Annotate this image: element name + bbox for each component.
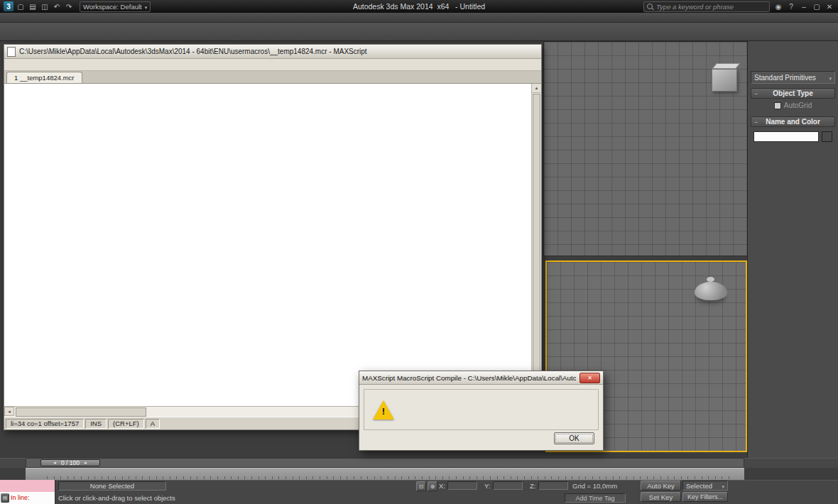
workspace-label: Workspace: Default bbox=[83, 3, 142, 11]
set-key-button[interactable]: Set Key bbox=[641, 492, 681, 502]
name-color-row bbox=[753, 131, 832, 142]
autogrid-row: AutoGrid bbox=[748, 102, 838, 109]
minimize-window-icon[interactable]: – bbox=[799, 1, 809, 11]
trackbar-tick-marks bbox=[47, 476, 731, 479]
chevron-down-icon bbox=[829, 74, 832, 82]
selection-status-field: None Selected bbox=[58, 481, 166, 491]
scroll-up-icon[interactable]: ▲ bbox=[532, 84, 541, 93]
editor-menubar bbox=[4, 59, 541, 71]
editor-tab[interactable]: 1 __temp14824.mcr bbox=[6, 72, 82, 83]
titlebar-right: Type a keyword or phrase ◉?–▢✕ bbox=[643, 1, 834, 12]
main-toolbar bbox=[0, 23, 838, 41]
x-coordinate-label: X: bbox=[439, 482, 445, 490]
autogrid-label: AutoGrid bbox=[784, 102, 812, 109]
autogrid-checkbox[interactable] bbox=[774, 102, 781, 109]
menubar bbox=[0, 13, 838, 23]
time-slider[interactable]: ◄ 0 / 100 ► bbox=[26, 458, 744, 468]
command-panel: Standard Primitives Object Type AutoGrid… bbox=[747, 41, 838, 458]
undo-icon[interactable]: ↶ bbox=[52, 1, 62, 11]
add-time-tag[interactable]: Add Time Tag bbox=[565, 493, 626, 503]
search-icon bbox=[647, 4, 653, 9]
help-icon[interactable]: ? bbox=[786, 1, 796, 11]
editor-tabbar: 1 __temp14824.mcr bbox=[4, 71, 541, 84]
quick-access-toolbar: 3 ▢▤◫↶↷ Workspace: Default bbox=[4, 1, 151, 12]
dialog-titlebar[interactable]: MAXScript MacroScript Compile - C:\Users… bbox=[359, 371, 603, 385]
insert-mode-status: INS bbox=[85, 419, 107, 429]
name-and-color-rollout-header[interactable]: Name and Color bbox=[751, 116, 835, 127]
primitives-dropdown[interactable]: Standard Primitives bbox=[751, 71, 835, 84]
key-mode-value: Selected bbox=[686, 482, 712, 490]
prompt-text: Click or click-and-drag to select object… bbox=[58, 494, 175, 502]
search-placeholder: Type a keyword or phrase bbox=[656, 3, 734, 11]
dialog-body: ! bbox=[364, 389, 599, 430]
z-coordinate-field[interactable] bbox=[538, 481, 568, 490]
selection-lock-icon[interactable]: ⊡ bbox=[416, 481, 426, 491]
grid-size-label: Grid = 10,0mm bbox=[572, 482, 617, 490]
x-coordinate-field[interactable] bbox=[447, 481, 477, 490]
ok-button[interactable]: OK bbox=[554, 432, 594, 444]
window-title: Autodesk 3ds Max 2014 x64 - Untitled bbox=[353, 2, 485, 11]
editor-title: C:\Users\Mikle\AppData\Local\Autodesk\3d… bbox=[19, 48, 535, 55]
dialog-close-button[interactable]: ✕ bbox=[579, 373, 600, 383]
z-coordinate-label: Z: bbox=[530, 482, 535, 490]
next-frame-arrow-icon[interactable]: ► bbox=[84, 461, 88, 465]
scroll-left-icon[interactable]: ◄ bbox=[4, 407, 14, 416]
code-lines bbox=[4, 84, 531, 406]
track-bar[interactable] bbox=[26, 468, 744, 480]
workspace-dropdown[interactable]: Workspace: Default bbox=[80, 1, 151, 12]
viewport-front[interactable] bbox=[543, 41, 748, 256]
y-coordinate-field[interactable] bbox=[493, 481, 523, 490]
quick-access-icons: ▢▤◫↶↷ bbox=[16, 1, 74, 11]
warning-exclamation: ! bbox=[373, 406, 394, 417]
chevron-down-icon bbox=[145, 3, 148, 11]
object-color-swatch[interactable] bbox=[822, 131, 832, 142]
redo-icon[interactable]: ↷ bbox=[64, 1, 74, 11]
viewcube[interactable] bbox=[712, 69, 737, 92]
macroscript-compile-error-dialog: MAXScript MacroScript Compile - C:\Users… bbox=[359, 371, 604, 451]
save-file-icon[interactable]: ◫ bbox=[40, 1, 50, 11]
open-listener-icon[interactable]: ▤ bbox=[1, 493, 9, 503]
document-icon bbox=[7, 47, 16, 57]
dialog-title: MAXScript MacroScript Compile - C:\Users… bbox=[362, 374, 576, 382]
key-mode-dropdown[interactable]: Selected bbox=[682, 481, 728, 491]
new-scene-icon[interactable]: ▢ bbox=[16, 1, 26, 11]
chevron-down-icon bbox=[722, 482, 724, 490]
caret-position-status: li=34 co=1 offset=1757 bbox=[6, 419, 84, 429]
previous-frame-arrow-icon[interactable]: ◄ bbox=[53, 461, 57, 465]
search-box[interactable]: Type a keyword or phrase bbox=[643, 1, 770, 12]
object-type-rollout-header[interactable]: Object Type bbox=[751, 88, 835, 99]
titlebar-right-icons: ◉?–▢✕ bbox=[773, 1, 834, 11]
time-slider-handle[interactable]: ◄ 0 / 100 ► bbox=[40, 459, 100, 466]
absolute-mode-icon[interactable]: ⊕ bbox=[428, 481, 437, 491]
titlebar: 3 ▢▤◫↶↷ Workspace: Default Autodesk 3ds … bbox=[0, 0, 838, 13]
editor-titlebar[interactable]: C:\Users\Mikle\AppData\Local\Autodesk\3d… bbox=[4, 45, 541, 59]
encoding-status: A bbox=[146, 419, 160, 429]
close-window-icon[interactable]: ✕ bbox=[825, 1, 834, 11]
hscroll-thumb[interactable] bbox=[16, 407, 146, 417]
maximize-window-icon[interactable]: ▢ bbox=[812, 1, 822, 11]
open-file-icon[interactable]: ▤ bbox=[28, 1, 38, 11]
auto-key-button[interactable]: Auto Key bbox=[641, 481, 681, 491]
editor-vscrollbar[interactable]: ▲ ▼ bbox=[531, 84, 541, 406]
key-filters-button[interactable]: Key Filters... bbox=[682, 492, 728, 502]
object-name-field[interactable] bbox=[753, 131, 819, 142]
y-coordinate-label: Y: bbox=[484, 482, 490, 490]
eol-mode-status: (CR+LF) bbox=[108, 419, 144, 429]
primitives-dropdown-value: Standard Primitives bbox=[754, 74, 816, 82]
editor-code-area[interactable]: ▲ ▼ bbox=[4, 84, 541, 406]
macro-recorder-mini-listener[interactable] bbox=[0, 480, 55, 492]
vscroll-thumb[interactable] bbox=[533, 94, 540, 396]
sign-in-icon[interactable]: ◉ bbox=[773, 1, 783, 11]
application-menu-button[interactable]: 3 bbox=[4, 1, 13, 11]
3dsmax-application: 3 ▢▤◫↶↷ Workspace: Default Autodesk 3ds … bbox=[0, 0, 838, 504]
teapot-object[interactable] bbox=[695, 282, 727, 300]
time-slider-label: 0 / 100 bbox=[61, 459, 80, 466]
warning-icon: ! bbox=[373, 400, 394, 420]
